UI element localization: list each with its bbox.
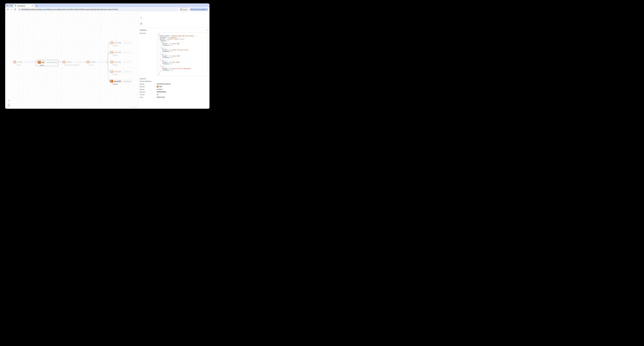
flow-node-scoringfunction[interactable]: LambdaScoringFunctionEventSourceMapping [62, 60, 83, 66]
edge-fan-4 [106, 62, 109, 71]
url-bar[interactable]: eventstudio.localhost.localstack.cloud:4… [18, 8, 178, 11]
json-line: "TimeTaken": 7 [158, 63, 207, 65]
json-line: "Answer": "A. Simple Storage Service" [158, 49, 207, 51]
window-controls [7, 5, 12, 6]
attribute-row-system-attributes[interactable]: System Attributes [140, 80, 208, 83]
replay-event-button[interactable] [140, 22, 142, 25]
attributes-section-header[interactable]: Attributes [140, 29, 208, 31]
json-line: "TimeTaken": 9 [158, 57, 207, 58]
node-service-label: Lambda [16, 61, 23, 63]
attribute-value: QuizSubmissionQueue [157, 83, 171, 85]
flow-node-quizsubmissionqueue[interactable]: SQSQuizSubmissionQueueSend [37, 61, 57, 66]
json-line: } [158, 59, 207, 60]
attribute-label: Attributes [140, 78, 146, 80]
edge-fan-1 [106, 44, 109, 62]
collapse-caret-icon[interactable]: ⌄ [160, 48, 161, 49]
attribute-label: Queue [140, 83, 144, 85]
back-arrow-icon [7, 9, 9, 11]
collapse-caret-icon[interactable]: ⌄ [159, 40, 160, 41]
attribute-value: v0 [157, 93, 158, 96]
lambda-icon [62, 61, 65, 63]
minimize-window-button[interactable] [9, 5, 10, 6]
flow-canvas[interactable]: + − React Flow LambdaSubmitQuizFunctionI… [5, 12, 138, 109]
flow-node-usersubmissions[interactable]: DynamoDBUserSubmissionsPutItem [110, 80, 132, 85]
json-line: "Answer": "D. Instance Access Management… [158, 68, 207, 69]
json-line: ⌄"1": { [158, 48, 207, 49]
node-resource-label: ScoringFunction [72, 61, 83, 63]
reload-button[interactable] [14, 8, 17, 11]
attribute-row-version: Versionv0 [140, 93, 208, 96]
flow-node-usersubmissions[interactable]: DynamoDBUserSubmissionsPutItem [110, 41, 132, 47]
node-resource-label: UserSubmissions [122, 70, 132, 73]
node-operation-label: PutItem [112, 45, 132, 47]
collapse-caret-icon[interactable]: ⌄ [160, 41, 161, 43]
attribute-row-attributes[interactable]: Attributes [140, 77, 208, 80]
browser-window: EventStudio ✕ [5, 4, 210, 109]
json-line: } [158, 46, 207, 48]
json-line: "Answer": "B. AWS Lambda" [158, 62, 207, 63]
node-resource-label: QuizSubmissionQueue [46, 61, 57, 64]
collapse-caret-icon[interactable]: ⌄ [158, 34, 158, 35]
attribute-label: Service [140, 86, 145, 87]
json-line: ⌄"3": { [158, 60, 207, 62]
json-line: "Answer": "C. Amazon RDS" [158, 55, 207, 57]
json-line: ⌄"2": { [158, 54, 207, 55]
close-window-button[interactable] [7, 5, 8, 6]
node-operation-label: PutItem [112, 64, 132, 66]
node-resource-label: SubmitQuizFunction [23, 61, 34, 63]
json-line: "Username": "cloudRookie" [158, 37, 207, 38]
tab-eventstudio[interactable]: EventStudio ✕ [13, 4, 34, 8]
zoom-in-button[interactable]: + [8, 99, 10, 102]
json-line: "TimeTaken": 6 [158, 51, 207, 52]
more-menu-icon[interactable] [207, 9, 208, 11]
json-line: } [158, 52, 207, 54]
zoom-out-button[interactable]: − [8, 102, 10, 104]
new-tab-button[interactable] [36, 5, 38, 7]
fullscreen-icon [8, 105, 10, 106]
collapse-caret-icon[interactable]: ⌄ [160, 54, 161, 55]
forward-button[interactable] [10, 8, 14, 11]
back-button[interactable] [6, 8, 10, 11]
node-operation-label: PutItem [112, 54, 132, 56]
site-settings-button[interactable] [18, 8, 20, 11]
flow-node-submitquizfunction[interactable]: LambdaSubmitQuizFunctionInvoke [13, 60, 34, 66]
flow-node-scoringfunction[interactable]: LambdaScoringFunctionInvoke [86, 60, 106, 66]
sqs-icon [38, 61, 41, 64]
flow-node-usersubmissions[interactable]: DynamoDBUserSubmissionsPutItem [110, 70, 132, 75]
lambda-icon [86, 61, 90, 63]
edge-fan-2 [106, 53, 109, 62]
node-operation-label: Invoke [89, 64, 106, 66]
node-service-label: DynamoDB [113, 51, 122, 54]
plus-icon [36, 5, 38, 7]
flow-node-usersubmissions[interactable]: DynamoDBUserSubmissionsPutItem [110, 60, 132, 66]
attribute-value: us-east-1 [157, 88, 162, 91]
close-tab-icon[interactable]: ✕ [31, 5, 33, 7]
collapse-panel-button[interactable] [140, 17, 142, 19]
chrome-update-label: New Chrome available [191, 9, 206, 10]
message-json-viewer[interactable]: ⌄{"SubmissionID": "6ffdcbc5-8e8d-4a82-97… [157, 33, 208, 76]
chrome-update-chip[interactable]: New Chrome available [189, 8, 208, 11]
node-resource-label: UserSubmissions [122, 61, 132, 63]
node-service-label: Lambda [90, 61, 96, 63]
attribute-label: Time [140, 96, 143, 98]
tab-search-button[interactable] [205, 4, 208, 7]
dynamodb-icon [110, 51, 113, 54]
fit-view-button[interactable] [8, 104, 10, 107]
collapse-caret-icon[interactable]: ⌄ [160, 60, 161, 61]
flow-node-usersubmissions[interactable]: DynamoDBUserSubmissionsPutItem [110, 51, 132, 56]
desktop-background: EventStudio ✕ [0, 0, 215, 115]
message-label: Message [140, 32, 146, 34]
attribute-label: Region [140, 89, 144, 90]
eventstudio-favicon [14, 5, 16, 7]
guest-profile-button[interactable]: Guest [179, 8, 188, 11]
node-operation-label: Invoke [16, 64, 34, 66]
zoom-window-button[interactable] [11, 5, 12, 6]
chevron-down-icon [206, 29, 208, 31]
chevron-right-icon [140, 17, 142, 19]
attribute-value: 09:06:24:467 [157, 96, 165, 99]
json-line: } [158, 74, 207, 76]
reload-icon [14, 9, 16, 11]
browser-toolbar: eventstudio.localhost.localstack.cloud:4… [5, 8, 210, 12]
collapse-caret-icon[interactable]: ⌄ [160, 66, 161, 68]
attribute-value: 000000000000 [157, 91, 166, 93]
